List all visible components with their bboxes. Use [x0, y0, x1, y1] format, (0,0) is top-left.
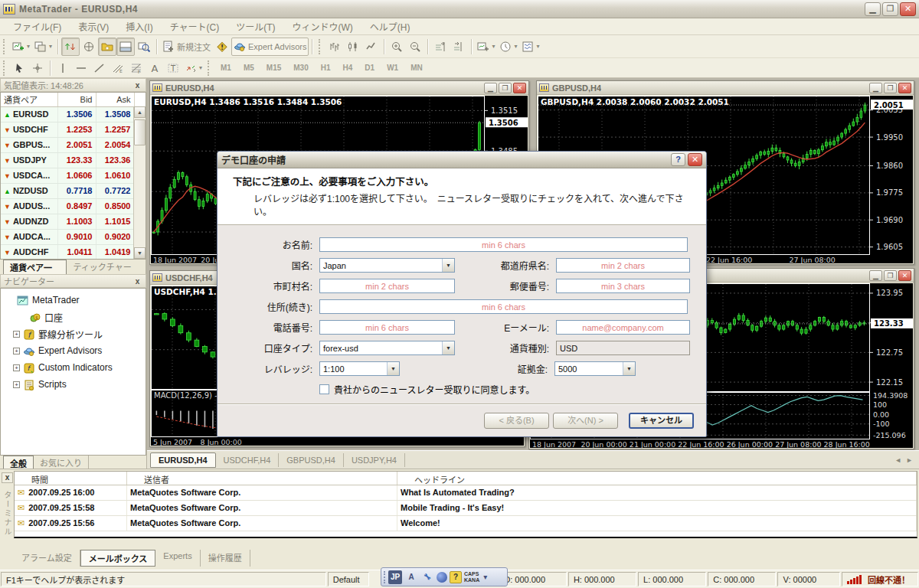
zoom-out-icon[interactable]	[406, 38, 424, 56]
navigator-icon[interactable]	[98, 38, 116, 56]
country-select[interactable]: Japan▼	[319, 258, 455, 273]
ime-input-mode-button[interactable]: A	[404, 570, 418, 584]
newsletter-checkbox[interactable]	[319, 384, 329, 394]
chart-tab-usdchfh4[interactable]: USDCHF,H4	[216, 453, 280, 467]
chart-restore-button[interactable]: ❐	[884, 83, 897, 93]
timeframe-w1[interactable]: W1	[381, 61, 404, 74]
chart-window-titlebar[interactable]: EURUSD,H4▁❐✕	[150, 81, 528, 95]
menu-item-6[interactable]: ヘルプ(H)	[363, 18, 417, 34]
timeframe-h4[interactable]: H4	[337, 61, 359, 74]
menu-item-4[interactable]: ツール(T)	[229, 18, 282, 34]
timeframe-m15[interactable]: M15	[260, 61, 287, 74]
timeframe-m5[interactable]: M5	[237, 61, 260, 74]
navigator-item-scripts[interactable]: +Scripts	[2, 376, 144, 393]
chart-window-titlebar[interactable]: GBPUSD,H4▁❐✕	[537, 81, 914, 95]
text-icon[interactable]: A	[146, 59, 164, 77]
expand-plus-icon[interactable]: +	[13, 364, 20, 371]
state-field[interactable]	[556, 258, 690, 273]
leverage-select[interactable]: 1:100▼	[319, 361, 400, 376]
menu-item-0[interactable]: ファイル(F)	[6, 18, 68, 34]
market-watch-scrollbar[interactable]: ▲ ▼	[133, 106, 146, 259]
ime-lang-button[interactable]: JP	[388, 570, 402, 584]
ime-grip[interactable]	[384, 571, 386, 583]
navigator-item-expertadvisors[interactable]: +Expert Advisors	[2, 342, 144, 359]
toolbar-grip[interactable]	[208, 60, 211, 76]
market-watch-row[interactable]: ▼USDCHF1.22531.2257	[1, 122, 134, 137]
alert-icon[interactable]: !	[213, 38, 231, 56]
column-ask[interactable]: Ask	[96, 93, 134, 106]
mail-column-1[interactable]: 送信者	[127, 472, 397, 485]
market-watch-row[interactable]: ▼AUDCHF1.04111.0419	[1, 244, 134, 260]
ime-minimize-button[interactable]: ▾	[483, 573, 487, 581]
expand-plus-icon[interactable]: +	[13, 331, 20, 338]
chart-close-button[interactable]: ✕	[513, 83, 526, 93]
market-watch-icon[interactable]	[61, 38, 80, 56]
timeframe-h1[interactable]: H1	[315, 61, 337, 74]
line-chart-icon[interactable]	[362, 38, 381, 56]
auto-scroll-icon[interactable]	[431, 38, 450, 56]
toolbar-grip[interactable]	[3, 60, 7, 76]
mail-row[interactable]: ✉2007.09.25 16:00MetaQuotes Software Cor…	[15, 485, 917, 501]
timeframe-d1[interactable]: D1	[358, 61, 381, 74]
mail-row[interactable]: ✉2007.09.25 15:58MetaQuotes Software Cor…	[15, 501, 917, 516]
ime-help-icon[interactable]: ?	[450, 571, 462, 583]
candle-chart-icon[interactable]	[344, 38, 362, 56]
menu-item-5[interactable]: ウィンドウ(W)	[286, 18, 360, 34]
navigator-tab-1[interactable]: お気に入り	[34, 456, 89, 469]
terminal-tab-2[interactable]: Experts	[155, 550, 200, 567]
data-window-icon[interactable]	[80, 38, 98, 56]
mail-column-2[interactable]: ヘッドライン	[397, 472, 917, 485]
dialog-close-button[interactable]: ✕	[688, 153, 702, 166]
tab-scroll-right-icon[interactable]: ►	[906, 456, 913, 464]
window-titlebar[interactable]: MetaTrader - EURUSD,H4 ▁ ❐ ✕	[0, 0, 919, 18]
navigator-item-metatrader[interactable]: MetaTrader	[2, 292, 144, 309]
market-watch-row[interactable]: ▼AUDUS...0.84970.8500	[1, 198, 134, 214]
newsletter-checkbox-label[interactable]: 貴社からのニュースレター受取りに同意します。	[334, 383, 535, 396]
market-watch-row[interactable]: ▲NZDUSD0.77180.7722	[1, 183, 134, 198]
indicators-add-icon[interactable]: ▾	[475, 38, 497, 56]
market-watch-row[interactable]: ▲EURUSD1.35061.3508	[1, 106, 134, 122]
ime-tools-icon[interactable]: 🔧︎	[420, 570, 434, 584]
channel-icon[interactable]: E	[109, 59, 127, 77]
trendline-icon[interactable]	[90, 59, 109, 77]
email-field[interactable]	[556, 320, 690, 335]
ime-dictionary-icon[interactable]	[437, 572, 447, 583]
navigator-close-icon[interactable]: x	[132, 276, 142, 286]
bar-chart-icon[interactable]	[325, 38, 344, 56]
hline-icon[interactable]	[72, 59, 90, 77]
terminal-tab-1[interactable]: メールボックス	[80, 550, 156, 567]
address-field[interactable]	[319, 299, 688, 314]
timeframe-m30[interactable]: M30	[287, 61, 314, 74]
market-watch-row[interactable]: ▼USDCA...1.06061.0610	[1, 168, 134, 183]
expand-plus-icon[interactable]: +	[13, 348, 20, 354]
fibonacci-icon[interactable]: F	[127, 59, 146, 77]
column-symbol[interactable]: 通貨ペア	[1, 93, 57, 106]
market-watch-row[interactable]: ▼AUDCA...0.90100.9020	[1, 229, 134, 244]
cursor-icon[interactable]	[10, 59, 28, 77]
name-field[interactable]	[319, 237, 688, 252]
templates-icon[interactable]: ▾	[519, 38, 541, 56]
chart-shift-icon[interactable]	[450, 38, 468, 56]
timeframe-m1[interactable]: M1	[214, 61, 237, 74]
expand-plus-icon[interactable]: +	[13, 381, 20, 388]
toolbar-grip[interactable]	[319, 39, 322, 54]
mail-column-0[interactable]: 時間	[15, 472, 127, 485]
scroll-up-icon[interactable]: ▲	[134, 106, 146, 118]
chart-minimize-button[interactable]: ▁	[484, 83, 497, 93]
mail-row[interactable]: ✉2007.09.25 15:56MetaQuotes Software Cor…	[15, 516, 917, 531]
scrollbar-thumb[interactable]	[134, 119, 146, 145]
close-button[interactable]: ✕	[900, 2, 916, 16]
chart-close-button[interactable]: ✕	[898, 270, 911, 281]
column-bid[interactable]: Bid	[57, 93, 96, 106]
arrows-icon[interactable]: ▾	[182, 59, 204, 77]
status-profile[interactable]: Default	[328, 572, 370, 586]
chart-tab-usdjpyh4[interactable]: USDJPY,H4	[344, 453, 405, 467]
deposit-select[interactable]: 5000▼	[554, 361, 636, 376]
next-button[interactable]: 次へ(N) >	[553, 413, 618, 429]
crosshair-icon[interactable]	[28, 59, 47, 77]
chart-restore-button[interactable]: ❐	[499, 83, 512, 93]
chart-minimize-button[interactable]: ▁	[869, 270, 882, 281]
market-watch-row[interactable]: ▼AUDNZD1.10031.1015	[1, 214, 134, 229]
dialog-titlebar[interactable]: デモ口座の申請 ? ✕	[217, 152, 706, 168]
dialog-help-button[interactable]: ?	[671, 153, 685, 166]
